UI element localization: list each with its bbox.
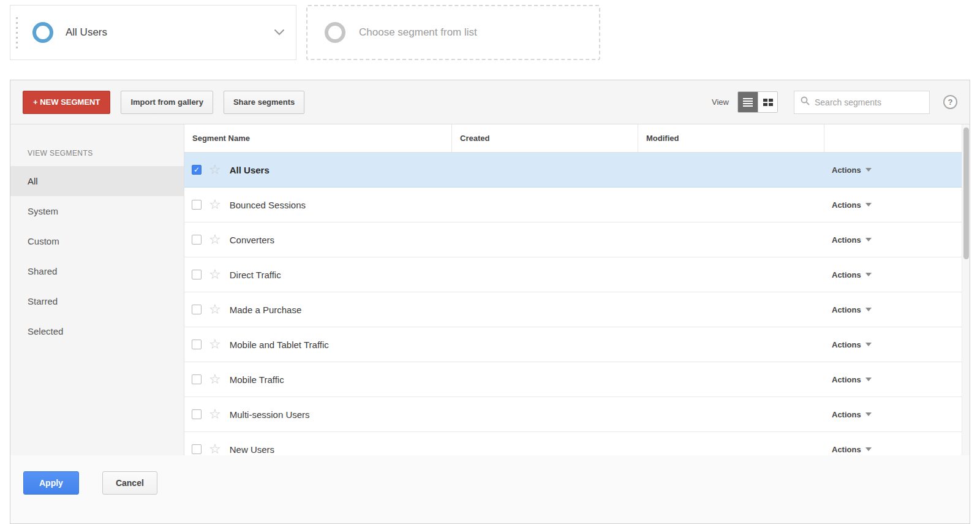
list-lines-icon xyxy=(743,98,753,107)
new-segment-button[interactable]: + NEW SEGMENT xyxy=(23,91,110,114)
segment-name: Made a Purchase xyxy=(230,305,302,315)
list-view-icon[interactable] xyxy=(738,92,758,112)
actions-dropdown[interactable]: Actions xyxy=(824,270,962,279)
segment-name: Mobile and Tablet Traffic xyxy=(230,340,329,350)
star-icon[interactable]: ☆ xyxy=(209,373,221,386)
actions-dropdown[interactable]: Actions xyxy=(824,340,962,349)
sidebar-item[interactable]: System xyxy=(10,196,184,226)
current-segment-card[interactable]: All Users xyxy=(10,5,296,60)
sidebar-item-label: System xyxy=(28,206,58,216)
actions-caret-icon xyxy=(865,378,872,381)
panel-body: VIEW SEGMENTS All System Custom Shared S… xyxy=(10,124,970,455)
segment-picker-header: All Users Choose segment from list xyxy=(0,0,980,80)
actions-caret-icon xyxy=(865,308,872,311)
choose-segment-dropzone[interactable]: Choose segment from list xyxy=(306,5,600,60)
actions-label: Actions xyxy=(832,375,861,384)
toolbar: + NEW SEGMENT Import from gallery Share … xyxy=(10,80,970,124)
table-row[interactable]: ✓ ☆ All Users Actions xyxy=(184,153,962,188)
sidebar-item[interactable]: Custom xyxy=(10,226,184,256)
actions-caret-icon xyxy=(865,447,872,451)
actions-caret-icon xyxy=(865,168,872,172)
segment-name: New Users xyxy=(230,444,274,455)
row-checkbox[interactable] xyxy=(192,235,202,245)
row-checkbox[interactable] xyxy=(192,444,202,454)
import-from-gallery-button[interactable]: Import from gallery xyxy=(121,91,213,114)
segment-name-cell: ✓ ☆ All Users xyxy=(184,163,452,177)
actions-dropdown[interactable]: Actions xyxy=(824,235,962,245)
grid-view-icon[interactable] xyxy=(758,92,777,112)
segment-name-cell: ☆ Mobile Traffic xyxy=(184,373,452,386)
segment-name-cell: ☆ Converters xyxy=(184,233,452,246)
table-row[interactable]: ☆ Multi-session Users Actions xyxy=(184,397,962,432)
row-checkbox[interactable] xyxy=(192,305,202,314)
star-icon[interactable]: ☆ xyxy=(209,268,221,281)
table-row[interactable]: ☆ Bounced Sessions Actions xyxy=(184,188,962,222)
star-icon[interactable]: ☆ xyxy=(209,338,221,351)
search-segments-input[interactable] xyxy=(815,97,929,107)
actions-dropdown[interactable]: Actions xyxy=(824,445,962,454)
row-checkbox[interactable] xyxy=(192,340,202,349)
scrollbar-thumb[interactable] xyxy=(963,127,969,259)
star-icon[interactable]: ☆ xyxy=(209,198,221,211)
sidebar-item[interactable]: All xyxy=(10,166,184,196)
row-checkbox[interactable] xyxy=(192,270,202,279)
column-header-modified: Modified xyxy=(638,124,824,152)
table-row[interactable]: ☆ New Users Actions xyxy=(184,432,962,455)
cancel-button[interactable]: Cancel xyxy=(102,471,157,495)
star-icon[interactable]: ☆ xyxy=(209,233,221,246)
table-row[interactable]: ☆ Made a Purchase Actions xyxy=(184,292,962,327)
actions-caret-icon xyxy=(865,343,872,346)
actions-dropdown[interactable]: Actions xyxy=(824,410,962,419)
sidebar-item-label: All xyxy=(28,176,38,186)
apply-button[interactable]: Apply xyxy=(23,471,79,495)
segment-name-cell: ☆ Multi-session Users xyxy=(184,408,452,421)
share-segments-button[interactable]: Share segments xyxy=(224,91,304,114)
segment-name: Mobile Traffic xyxy=(230,374,284,385)
sidebar-item[interactable]: Selected xyxy=(10,316,184,346)
sidebar-item[interactable]: Shared xyxy=(10,256,184,286)
segment-name-cell: ☆ Bounced Sessions xyxy=(184,198,452,211)
actions-dropdown[interactable]: Actions xyxy=(824,375,962,384)
segment-name: Direct Traffic xyxy=(230,270,281,280)
view-toggle xyxy=(737,91,778,113)
drag-handle-icon[interactable] xyxy=(16,17,18,48)
column-header-created: Created xyxy=(452,124,638,152)
actions-label: Actions xyxy=(832,445,861,454)
actions-caret-icon xyxy=(865,412,872,416)
sidebar-title: VIEW SEGMENTS xyxy=(10,149,184,158)
table-body: ✓ ☆ All Users Actions ☆ Bounced Sessions… xyxy=(184,153,962,455)
toolbar-right-group: View ? xyxy=(712,91,957,114)
actions-dropdown[interactable]: Actions xyxy=(824,305,962,314)
segment-name: All Users xyxy=(230,165,270,175)
help-icon[interactable]: ? xyxy=(943,95,957,109)
table-row[interactable]: ☆ Mobile and Tablet Traffic Actions xyxy=(184,327,962,362)
segment-name: Multi-session Users xyxy=(230,409,310,420)
actions-label: Actions xyxy=(832,340,861,349)
row-checkbox[interactable]: ✓ xyxy=(192,165,202,175)
search-icon xyxy=(801,96,810,108)
actions-dropdown[interactable]: Actions xyxy=(824,165,962,175)
sidebar-item-label: Selected xyxy=(28,326,63,336)
star-icon[interactable]: ☆ xyxy=(209,442,221,455)
sidebar-item-label: Starred xyxy=(28,296,58,306)
actions-dropdown[interactable]: Actions xyxy=(824,200,962,210)
star-icon[interactable]: ☆ xyxy=(209,303,221,316)
table-row[interactable]: ☆ Converters Actions xyxy=(184,222,962,257)
table-row[interactable]: ☆ Mobile Traffic Actions xyxy=(184,362,962,397)
sidebar-item[interactable]: Starred xyxy=(10,286,184,316)
actions-label: Actions xyxy=(832,235,861,245)
chevron-down-icon[interactable] xyxy=(274,27,285,38)
actions-label: Actions xyxy=(832,270,861,279)
row-checkbox[interactable] xyxy=(192,200,202,210)
segment-manager-panel: + NEW SEGMENT Import from gallery Share … xyxy=(10,80,970,524)
sidebar-item-label: Shared xyxy=(28,266,57,276)
star-icon[interactable]: ☆ xyxy=(209,163,221,177)
segment-name-cell: ☆ Direct Traffic xyxy=(184,268,452,281)
table-row[interactable]: ☆ Direct Traffic Actions xyxy=(184,257,962,292)
actions-label: Actions xyxy=(832,200,861,210)
star-icon[interactable]: ☆ xyxy=(209,408,221,421)
row-checkbox[interactable] xyxy=(192,409,202,419)
row-checkbox[interactable] xyxy=(192,374,202,384)
vertical-scrollbar[interactable] xyxy=(962,124,970,455)
view-label: View xyxy=(712,97,729,107)
